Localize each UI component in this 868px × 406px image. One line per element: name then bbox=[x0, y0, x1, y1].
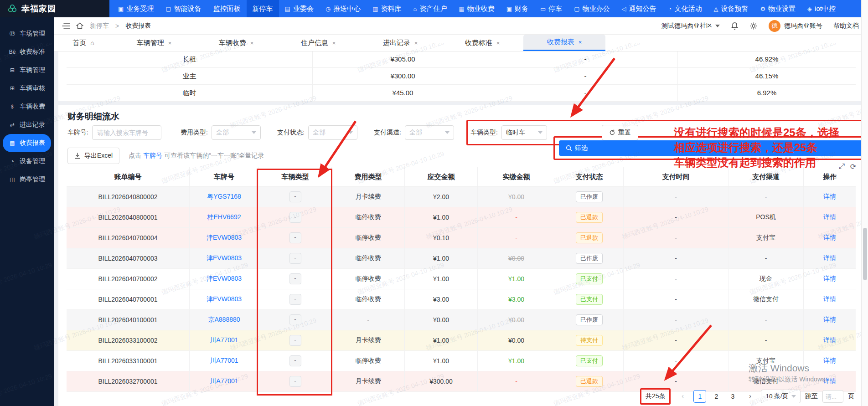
topnav-item-停车[interactable]: ▭停车 bbox=[534, 0, 568, 17]
plate-link[interactable]: 川A77001 bbox=[210, 336, 238, 344]
plate-link[interactable]: 津EVW0803 bbox=[207, 295, 242, 303]
close-icon[interactable]: × bbox=[332, 40, 336, 46]
topnav-item-label: 推送中心 bbox=[333, 5, 361, 13]
detail-link[interactable]: 详情 bbox=[823, 336, 836, 344]
detail-link[interactable]: 详情 bbox=[823, 357, 836, 365]
breadcrumb-separator: > bbox=[115, 22, 119, 30]
prev-page-button[interactable]: ‹ bbox=[676, 390, 689, 403]
topnav-item-推送中心[interactable]: ◷推送中心 bbox=[320, 0, 367, 17]
amount-paid-cell: ¥1.00 bbox=[478, 269, 555, 289]
page-button-2[interactable]: 2 bbox=[710, 390, 723, 403]
plate-search-input[interactable] bbox=[92, 125, 161, 140]
home-icon[interactable] bbox=[76, 22, 83, 29]
app-logo[interactable]: 幸福家园 bbox=[0, 0, 109, 17]
plate-cell: 粤YGS7168 bbox=[190, 187, 259, 207]
topnav-item-监控面板[interactable]: 监控面板 bbox=[207, 0, 247, 17]
filter-reset-button[interactable]: 重置 bbox=[602, 125, 638, 140]
topnav-item-资产住户[interactable]: ⌂资产住户 bbox=[408, 0, 453, 17]
topnav-item-业务受理[interactable]: ▣业务受理 bbox=[112, 0, 160, 17]
tab-进出记录[interactable]: 进出记录× bbox=[359, 35, 441, 51]
community-selector[interactable]: 测试德玛西亚社区 bbox=[661, 22, 720, 30]
chevron-down-icon bbox=[252, 131, 256, 134]
topnav-item-文化活动[interactable]: ◔文化活动 bbox=[662, 0, 708, 17]
collapse-menu-icon[interactable] bbox=[62, 23, 70, 29]
bill-id: BILL2026040100001 bbox=[67, 310, 190, 330]
close-icon[interactable]: × bbox=[496, 40, 500, 46]
sidebar-item-收费报表[interactable]: ▤收费报表 bbox=[3, 134, 51, 152]
topnav-item-物业设置[interactable]: ⚙物业设置 bbox=[754, 0, 801, 17]
page-button-3[interactable]: 3 bbox=[726, 390, 739, 403]
plate-column-link[interactable]: 车牌号 bbox=[143, 152, 162, 159]
sidebar-item-车辆管理[interactable]: ⊟车辆管理 bbox=[3, 61, 51, 79]
plate-link[interactable]: 津EVW0803 bbox=[207, 254, 242, 262]
tab-收费报表[interactable]: 收费报表× bbox=[523, 35, 605, 51]
topnav-item-业委会[interactable]: ▤业委会 bbox=[279, 0, 320, 17]
export-excel-button[interactable]: 导出Excel bbox=[67, 148, 119, 164]
sidebar-item-车辆收费[interactable]: ＄车辆收费 bbox=[3, 98, 51, 116]
tab-收费标准[interactable]: 收费标准× bbox=[441, 35, 523, 51]
jump-page-input[interactable] bbox=[822, 390, 843, 403]
refresh-icon[interactable]: ⟳ bbox=[850, 162, 856, 171]
breadcrumb-parent[interactable]: 新停车 bbox=[90, 22, 109, 30]
help-docs-link[interactable]: 帮助文档 bbox=[833, 22, 859, 30]
status-badge: 已支付 bbox=[576, 273, 603, 285]
plate-link[interactable]: 津EVW0803 bbox=[207, 234, 242, 242]
topnav-item-财务[interactable]: ▣财务 bbox=[501, 0, 534, 17]
vehicle-type-select[interactable]: 临时车 bbox=[501, 125, 547, 140]
fullscreen-icon[interactable]: ⤢ bbox=[839, 162, 845, 171]
page-button-1[interactable]: 1 bbox=[693, 390, 706, 403]
close-icon[interactable]: × bbox=[579, 39, 582, 46]
sidebar-item-进出记录[interactable]: ⇄进出记录 bbox=[3, 116, 51, 134]
vertical-scrollbar[interactable] bbox=[861, 0, 868, 406]
tab-车辆管理[interactable]: 车辆管理× bbox=[113, 35, 195, 51]
topnav-item-智能设备[interactable]: ▢智能设备 bbox=[160, 0, 207, 17]
sidebar-item-收费标准[interactable]: Bē收费标准 bbox=[3, 43, 51, 61]
detail-link[interactable]: 详情 bbox=[823, 295, 836, 303]
table-row: BILL2026040100001京A888880--¥0.00¥0.00已作废… bbox=[67, 310, 856, 330]
plate-link[interactable]: 川A77001 bbox=[210, 357, 238, 365]
detail-link[interactable]: 详情 bbox=[823, 254, 836, 262]
sidebar-item-设备管理[interactable]: ◔设备管理 bbox=[3, 152, 51, 170]
topnav-item-设备预警[interactable]: ◬设备预警 bbox=[708, 0, 754, 17]
topnav-item-新停车[interactable]: 新停车 bbox=[247, 0, 279, 17]
plate-link[interactable]: 京A888880 bbox=[208, 316, 240, 324]
next-page-button[interactable]: › bbox=[744, 390, 756, 403]
sidebar-item-岗亭管理[interactable]: ◫岗亭管理 bbox=[3, 170, 51, 189]
plate-link[interactable]: 津EVW0803 bbox=[207, 275, 242, 283]
topnav-item-iot中控[interactable]: ◈iot中控 bbox=[801, 0, 842, 17]
tab-住户信息[interactable]: 住户信息× bbox=[277, 35, 359, 51]
pay-time: - bbox=[624, 207, 728, 227]
sidebar-item-车辆审核[interactable]: ⊞车辆审核 bbox=[3, 79, 51, 98]
topnav-item-通知公告[interactable]: ◁通知公告 bbox=[616, 0, 662, 17]
topnav-item-label: iot中控 bbox=[815, 5, 836, 13]
fee-type-select[interactable]: 全部 bbox=[212, 125, 261, 140]
pay-channel-select[interactable]: 全部 bbox=[405, 125, 454, 140]
topnav-item-资料库[interactable]: ▥资料库 bbox=[367, 0, 407, 17]
topnav-item-物业办公[interactable]: ▢物业办公 bbox=[568, 0, 615, 17]
close-icon[interactable]: × bbox=[168, 40, 172, 46]
plate-link[interactable]: 桂EHV6692 bbox=[207, 213, 241, 221]
account-menu[interactable]: 德 德玛西亚账号 bbox=[769, 20, 822, 32]
detail-link[interactable]: 详情 bbox=[823, 193, 836, 201]
tab-label: 首页 bbox=[72, 39, 86, 47]
page-size-select[interactable]: 10 条/页 bbox=[761, 390, 801, 403]
gear-icon[interactable] bbox=[749, 22, 758, 30]
bell-icon[interactable] bbox=[731, 22, 739, 30]
pay-time: - bbox=[624, 289, 728, 309]
detail-link[interactable]: 详情 bbox=[823, 213, 836, 221]
tab-车辆收费[interactable]: 车辆收费× bbox=[195, 35, 277, 51]
plate-link[interactable]: 粤YGS7168 bbox=[207, 193, 241, 201]
action-cell: 详情 bbox=[804, 269, 856, 289]
detail-link[interactable]: 详情 bbox=[823, 234, 836, 242]
detail-link[interactable]: 详情 bbox=[823, 275, 836, 283]
close-icon[interactable]: × bbox=[250, 40, 254, 46]
sidebar-item-车场管理[interactable]: Ⓟ车场管理 bbox=[3, 25, 51, 43]
close-icon[interactable]: × bbox=[414, 40, 418, 46]
scrollbar-thumb[interactable] bbox=[863, 228, 867, 280]
plate-link[interactable]: 川A77001 bbox=[210, 377, 238, 385]
filter-search-button[interactable]: 筛选 bbox=[559, 140, 868, 156]
topnav-item-物业收费[interactable]: ▦物业收费 bbox=[453, 0, 500, 17]
tab-首页[interactable]: 首页⌂ bbox=[54, 35, 113, 51]
pay-status-select[interactable]: 全部 bbox=[308, 125, 357, 140]
detail-link[interactable]: 详情 bbox=[823, 316, 836, 324]
